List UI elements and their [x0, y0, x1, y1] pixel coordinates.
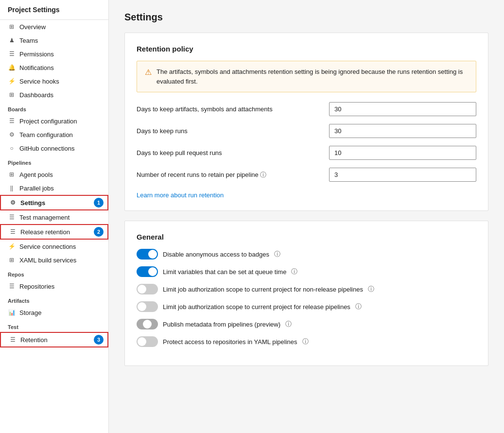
teams-icon: ♟ [8, 36, 16, 44]
section-repos: Repos [0, 267, 108, 279]
sidebar-item-release-retention[interactable]: ☰ Release retention 2 [0, 224, 108, 240]
protect-repos-info-icon[interactable]: ⓘ [302, 337, 309, 346]
sidebar-item-label: Overview [19, 23, 46, 31]
toggle-label-publish-metadata: Publish metadata from pipelines (preview… [163, 321, 280, 328]
toggle-row-publish-metadata: Publish metadata from pipelines (preview… [137, 319, 476, 329]
publish-metadata-info-icon[interactable]: ⓘ [285, 320, 292, 329]
sidebar-item-label: Project configuration [19, 118, 77, 125]
badge-2: 2 [94, 227, 104, 237]
retention-policy-title: Retention policy [137, 45, 476, 53]
section-pipelines: Pipelines [0, 155, 108, 168]
page-title: Settings [124, 12, 488, 23]
overview-icon: ⊞ [8, 23, 16, 31]
toggle-row-job-auth-release: Limit job authorization scope to current… [137, 301, 476, 312]
form-row-runs: Days to keep runs [137, 124, 476, 138]
sidebar-item-repositories[interactable]: ☰ Repositories [0, 279, 108, 293]
sidebar-item-label: Repositories [19, 283, 54, 290]
toggle-limit-variables[interactable] [137, 266, 158, 277]
sidebar-item-label: Agent pools [19, 171, 53, 178]
sidebar-item-test-mgmt[interactable]: ☰ Test management [0, 210, 108, 224]
sidebar-item-label: XAML build services [19, 257, 76, 264]
input-days-artifacts[interactable] [329, 102, 476, 116]
label-pr-runs: Days to keep pull request runs [137, 149, 321, 156]
sidebar-item-settings[interactable]: ⚙ Settings 1 [0, 195, 108, 210]
toggle-job-auth-nonrelease[interactable] [137, 284, 158, 294]
toggle-label-limit-variables: Limit variables that can be set at queue… [163, 268, 286, 276]
release-retention-icon: ☰ [9, 228, 17, 236]
sidebar-item-label: Parallel jobs [19, 185, 54, 192]
toggle-label-protect-repos: Protect access to repositories in YAML p… [163, 338, 297, 346]
github-icon: ○ [8, 144, 16, 152]
toggle-row-limit-variables: Limit variables that can be set at queue… [137, 266, 476, 277]
permissions-icon: ☰ [8, 50, 16, 58]
retention-policy-card: Retention policy ⚠ The artifacts, symbol… [124, 33, 488, 211]
anonymous-badges-info-icon[interactable]: ⓘ [274, 250, 280, 259]
sidebar-item-team-config[interactable]: ⚙ Team configuration [0, 128, 108, 141]
repos-icon: ☰ [8, 282, 16, 290]
sidebar-item-label: Team configuration [19, 131, 73, 139]
sidebar: Project Settings ⊞ Overview ♟ Teams ☰ Pe… [0, 0, 109, 433]
toggle-label-job-auth-release: Limit job authorization scope to current… [163, 303, 350, 311]
storage-icon: 📊 [8, 309, 16, 316]
sidebar-item-service-connections[interactable]: ⚡ Service connections [0, 240, 108, 253]
toggle-label-anonymous-badges: Disable anonymous access to badges [163, 251, 269, 258]
sidebar-item-storage[interactable]: 📊 Storage [0, 306, 108, 319]
general-title: General [137, 233, 476, 241]
team-config-icon: ⚙ [8, 131, 16, 139]
sidebar-item-label: Teams [19, 37, 38, 44]
sidebar-item-label: Release retention [20, 228, 70, 236]
parallel-jobs-icon: || [8, 184, 16, 192]
service-hooks-icon: ⚡ [8, 77, 16, 85]
settings-icon: ⚙ [9, 199, 17, 207]
sidebar-item-github[interactable]: ○ GitHub connections [0, 141, 108, 155]
sidebar-item-dashboards[interactable]: ⊞ Dashboards [0, 88, 108, 102]
form-row-artifacts: Days to keep artifacts, symbols and atta… [137, 102, 476, 116]
sidebar-item-retention[interactable]: ☰ Retention 3 [0, 332, 108, 347]
sidebar-item-label: Notifications [19, 64, 54, 71]
sidebar-item-label: Service connections [19, 243, 76, 250]
recent-runs-info-icon[interactable]: ⓘ [260, 171, 266, 178]
label-recent-runs: Number of recent runs to retain per pipe… [137, 171, 321, 179]
limit-variables-info-icon[interactable]: ⓘ [291, 267, 297, 276]
sidebar-item-overview[interactable]: ⊞ Overview [0, 20, 108, 34]
main-content: Settings Retention policy ⚠ The artifact… [109, 0, 504, 433]
sidebar-item-xaml[interactable]: ⊞ XAML build services [0, 253, 108, 267]
sidebar-item-label: Permissions [19, 51, 54, 58]
label-runs: Days to keep runs [137, 127, 321, 135]
sidebar-item-label: Test management [19, 214, 70, 221]
learn-more-link[interactable]: Learn more about run retention [137, 191, 224, 199]
sidebar-item-label: Settings [20, 199, 45, 207]
warning-text: The artifacts, symbols and attachments r… [156, 67, 468, 86]
toggle-anonymous-badges[interactable] [137, 249, 158, 260]
label-artifacts: Days to keep artifacts, symbols and atta… [137, 105, 321, 113]
sidebar-item-project-config[interactable]: ☰ Project configuration [0, 114, 108, 128]
sidebar-item-service-hooks[interactable]: ⚡ Service hooks [0, 74, 108, 88]
form-row-pr-runs: Days to keep pull request runs [137, 146, 476, 160]
toggle-row-anonymous-badges: Disable anonymous access to badges ⓘ [137, 249, 476, 260]
sidebar-item-label: Storage [19, 309, 42, 316]
sidebar-item-agent-pools[interactable]: ⊞ Agent pools [0, 168, 108, 181]
toggle-protect-repos[interactable] [137, 336, 158, 347]
toggle-job-auth-release[interactable] [137, 301, 158, 312]
job-auth-release-info-icon[interactable]: ⓘ [355, 302, 362, 311]
toggle-row-job-auth-nonrelease: Limit job authorization scope to current… [137, 284, 476, 294]
agent-pools-icon: ⊞ [8, 171, 16, 178]
form-row-recent-runs: Number of recent runs to retain per pipe… [137, 168, 476, 182]
warning-icon: ⚠ [145, 68, 152, 77]
sidebar-item-label: Retention [20, 336, 48, 344]
sidebar-item-notifications[interactable]: 🔔 Notifications [0, 61, 108, 74]
badge-1: 1 [94, 198, 104, 208]
sidebar-item-permissions[interactable]: ☰ Permissions [0, 47, 108, 61]
job-auth-nonrelease-info-icon[interactable]: ⓘ [368, 285, 374, 294]
sidebar-item-parallel-jobs[interactable]: || Parallel jobs [0, 181, 108, 195]
sidebar-header: Project Settings [0, 0, 108, 20]
input-days-runs[interactable] [329, 124, 476, 138]
toggle-publish-metadata[interactable] [137, 319, 158, 329]
badge-3: 3 [94, 335, 104, 345]
input-days-pr-runs[interactable] [329, 146, 476, 160]
sidebar-item-teams[interactable]: ♟ Teams [0, 34, 108, 47]
section-boards: Boards [0, 102, 108, 114]
input-recent-runs[interactable] [329, 168, 476, 182]
general-card: General Disable anonymous access to badg… [124, 221, 488, 366]
service-conn-icon: ⚡ [8, 242, 16, 250]
